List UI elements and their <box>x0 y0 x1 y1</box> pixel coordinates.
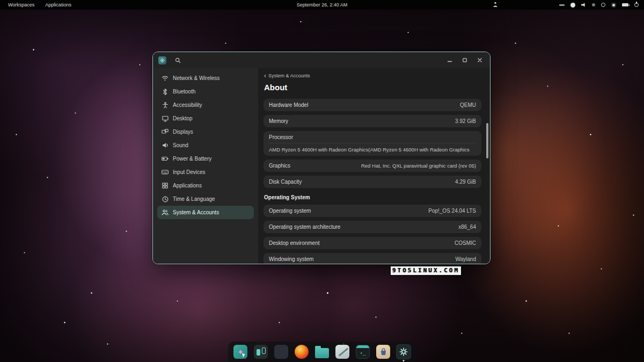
row-value: x86_64 <box>458 224 476 230</box>
keyboard-layout-icon[interactable] <box>559 4 565 6</box>
settings-app-icon <box>158 56 166 64</box>
breadcrumb[interactable]: ‹ System & Accounts <box>264 73 481 78</box>
sidebar-item-time-language[interactable]: Time & Language <box>157 192 254 206</box>
sound-icon <box>162 142 169 148</box>
row-memory: Memory 3.92 GiB <box>264 115 481 127</box>
breadcrumb-label: System & Accounts <box>268 73 310 78</box>
row-label: Processor <box>269 134 476 140</box>
row-desktop-environment: Desktop environment COSMIC <box>264 237 481 249</box>
app-grid-icon <box>162 183 169 189</box>
row-os-architecture: Operating system architecture x86_64 <box>264 221 481 233</box>
dock-firefox-icon[interactable] <box>294 344 309 359</box>
top-panel: Workspaces Applications September 26, 2:… <box>0 0 644 10</box>
row-label: Hardware Model <box>269 102 308 108</box>
about-page: ‹ System & Accounts About Hardware Model… <box>258 68 490 264</box>
row-value: Red Hat, Inc. QXL paravirtual graphic ca… <box>361 163 476 169</box>
sidebar-item-applications[interactable]: Applications <box>157 179 254 192</box>
battery-status-icon[interactable] <box>622 3 628 6</box>
row-label: Windowing system <box>269 256 313 262</box>
dock: ✦ ›_ <box>228 342 416 362</box>
sidebar-item-label: Sound <box>173 142 188 148</box>
sidebar-item-label: Displays <box>173 129 193 135</box>
row-value: Pop!_OS 24.04 LTS <box>428 208 476 214</box>
minimize-button[interactable] <box>445 55 455 65</box>
sidebar-item-accessibility[interactable]: Accessibility <box>157 98 254 112</box>
dock-terminal-icon[interactable]: ›_ <box>355 344 370 359</box>
sidebar-item-input-devices[interactable]: Input Devices <box>157 165 254 179</box>
workspaces-button[interactable]: Workspaces <box>6 2 36 8</box>
page-title: About <box>264 83 481 92</box>
sidebar-item-network-wireless[interactable]: Network & Wireless <box>157 71 254 85</box>
bluetooth-status-icon[interactable] <box>592 3 595 6</box>
network-icon[interactable] <box>601 3 605 7</box>
displays-icon <box>162 129 169 135</box>
maximize-button[interactable] <box>460 55 470 65</box>
row-label: Operating system architecture <box>269 224 340 230</box>
sidebar-item-desktop[interactable]: Desktop <box>157 112 254 125</box>
row-hardware-model: Hardware Model QEMU <box>264 99 481 111</box>
row-value: 3.92 GiB <box>455 118 476 124</box>
row-value: COSMIC <box>455 240 476 246</box>
accessibility-icon <box>162 102 169 108</box>
dock-settings-icon[interactable] <box>396 344 411 359</box>
watermark: 9TO5LINUX.COM <box>391 266 461 275</box>
power-icon[interactable] <box>634 3 639 7</box>
volume-icon[interactable] <box>581 3 586 7</box>
sidebar-item-bluetooth[interactable]: Bluetooth <box>157 85 254 98</box>
dock-workspaces-icon[interactable] <box>253 344 268 359</box>
brightness-icon[interactable] <box>570 3 575 8</box>
sidebar-item-label: Bluetooth <box>173 89 195 95</box>
bluetooth-icon <box>162 89 169 95</box>
sidebar-item-label: Network & Wireless <box>173 75 219 81</box>
desktop-icon <box>162 115 169 122</box>
dock-text-editor-icon[interactable] <box>335 344 350 359</box>
sidebar-item-label: System & Accounts <box>173 209 219 215</box>
dock-files-icon[interactable] <box>314 344 330 359</box>
close-button[interactable] <box>475 55 485 65</box>
keyboard-icon <box>162 170 169 175</box>
row-disk-capacity: Disk Capacity 4.29 GiB <box>264 176 481 188</box>
battery-icon <box>162 156 169 161</box>
row-value: 4.29 GiB <box>455 179 476 185</box>
sidebar-item-power-battery[interactable]: Power & Battery <box>157 152 254 165</box>
settings-sidebar: Network & Wireless Bluetooth Accessibili… <box>153 68 258 264</box>
titlebar[interactable] <box>153 52 490 68</box>
row-value: QEMU <box>460 102 476 108</box>
sidebar-item-label: Power & Battery <box>173 156 211 162</box>
input-source-icon[interactable] <box>493 2 498 8</box>
dock-app-library-icon[interactable] <box>274 344 289 359</box>
sidebar-item-label: Time & Language <box>173 196 215 202</box>
applications-button[interactable]: Applications <box>43 2 73 8</box>
scrollbar[interactable] <box>486 123 488 158</box>
back-chevron-icon: ‹ <box>264 74 266 78</box>
clock-icon <box>162 196 169 202</box>
search-icon[interactable] <box>173 55 182 65</box>
dock-store-icon[interactable] <box>376 344 391 359</box>
row-value: Wayland <box>455 256 476 262</box>
dock-launcher-icon[interactable]: ✦ <box>233 344 248 359</box>
sidebar-item-sound[interactable]: Sound <box>157 139 254 152</box>
users-icon <box>162 209 169 215</box>
row-label: Graphics <box>269 163 290 169</box>
notifications-icon[interactable] <box>611 3 616 8</box>
row-value: AMD Ryzen 5 4600H with Radeon Graphics(A… <box>269 143 476 153</box>
row-label: Desktop environment <box>269 240 320 246</box>
wifi-icon <box>162 75 169 81</box>
row-operating-system: Operating system Pop!_OS 24.04 LTS <box>264 205 481 217</box>
sidebar-item-label: Desktop <box>173 115 193 121</box>
sidebar-item-displays[interactable]: Displays <box>157 125 254 139</box>
sidebar-item-label: Input Devices <box>173 169 206 175</box>
sidebar-item-label: Applications <box>173 183 202 189</box>
sidebar-item-label: Accessibility <box>173 102 202 108</box>
os-section-title: Operating System <box>264 194 481 200</box>
sidebar-item-system-accounts[interactable]: System & Accounts <box>157 206 254 219</box>
settings-window: Network & Wireless Bluetooth Accessibili… <box>152 52 491 264</box>
row-graphics: Graphics Red Hat, Inc. QXL paravirtual g… <box>264 160 481 172</box>
row-windowing-system: Windowing system Wayland <box>264 253 481 264</box>
row-label: Disk Capacity <box>269 179 302 185</box>
row-processor: Processor AMD Ryzen 5 4600H with Radeon … <box>264 131 481 156</box>
clock-applet[interactable]: September 26, 2:40 AM <box>297 2 348 8</box>
row-label: Operating system <box>269 208 311 214</box>
row-label: Memory <box>269 118 288 124</box>
